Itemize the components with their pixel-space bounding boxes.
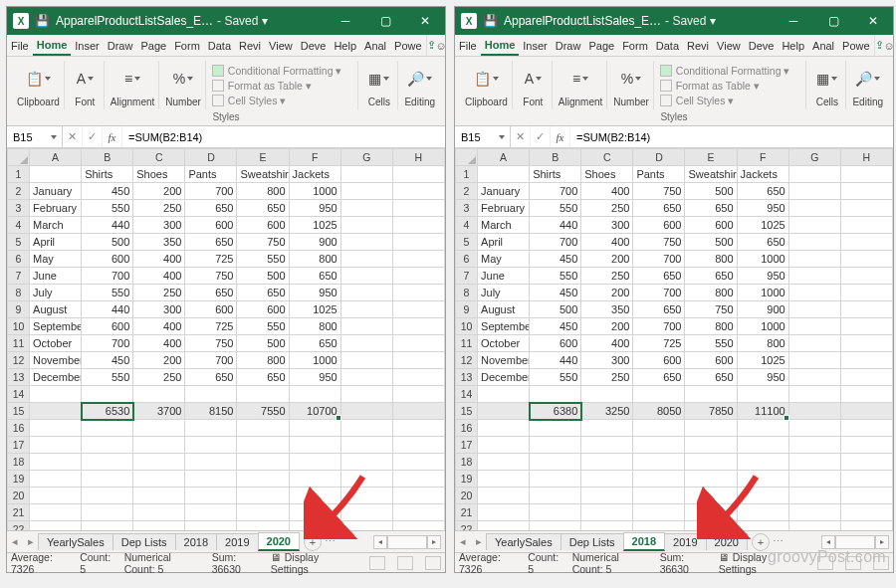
cell[interactable]: 650 — [289, 335, 340, 352]
cell[interactable]: 800 — [289, 251, 340, 268]
row-header-18[interactable]: 18 — [456, 454, 478, 471]
font-button[interactable]: A — [74, 68, 96, 90]
column-header-A[interactable]: A — [30, 149, 82, 166]
cell-styles-button[interactable]: Cell Styles ▾ — [212, 93, 287, 107]
cell[interactable]: 700 — [82, 335, 133, 352]
cell[interactable]: 950 — [289, 369, 340, 386]
cell[interactable] — [392, 234, 444, 251]
cell[interactable] — [82, 521, 133, 531]
cell[interactable] — [840, 200, 892, 217]
cell[interactable]: 650 — [633, 301, 685, 318]
cell[interactable] — [340, 335, 392, 352]
cell[interactable]: 650 — [737, 183, 788, 200]
cell[interactable]: 600 — [82, 318, 133, 335]
row-header-16[interactable]: 16 — [456, 420, 478, 437]
ribbon-tab-view[interactable]: View — [265, 37, 297, 55]
cell[interactable]: Jackets — [289, 166, 340, 183]
row-header-22[interactable]: 22 — [8, 521, 30, 531]
cell[interactable] — [237, 420, 289, 437]
cell[interactable] — [788, 318, 840, 335]
cell[interactable]: 550 — [530, 268, 581, 285]
number-button[interactable]: % — [620, 68, 642, 90]
insert-function-button[interactable]: fx — [551, 126, 570, 147]
cell[interactable]: 650 — [633, 200, 685, 217]
cell[interactable]: 600 — [685, 352, 737, 369]
name-box[interactable]: B15 — [455, 126, 511, 147]
cell[interactable]: 725 — [185, 251, 237, 268]
cell[interactable]: 800 — [685, 285, 737, 301]
conditional-formatting-button[interactable]: Conditional Formatting ▾ — [660, 63, 790, 78]
cell[interactable] — [788, 386, 840, 403]
sheet-tab-2020[interactable]: 2020 — [706, 533, 748, 550]
cell[interactable] — [478, 166, 530, 183]
cell[interactable] — [392, 285, 444, 301]
cell[interactable]: 650 — [685, 369, 737, 386]
cell[interactable]: 650 — [185, 369, 237, 386]
cell[interactable] — [737, 504, 788, 521]
cell[interactable] — [340, 403, 392, 420]
cell[interactable]: 550 — [82, 200, 133, 217]
cell[interactable]: 750 — [185, 335, 237, 352]
cancel-formula-button[interactable]: ✕ — [511, 126, 531, 147]
cell[interactable]: 1000 — [289, 352, 340, 369]
cell[interactable]: 440 — [530, 352, 581, 369]
cell[interactable]: 200 — [133, 352, 185, 369]
cell[interactable] — [30, 521, 82, 531]
cell[interactable] — [340, 200, 392, 217]
cell[interactable]: 700 — [530, 183, 581, 200]
cell[interactable] — [30, 403, 82, 420]
cell[interactable]: 750 — [685, 301, 737, 318]
row-header-21[interactable]: 21 — [456, 504, 478, 521]
row-header-15[interactable]: 15 — [8, 403, 30, 420]
ribbon-tab-page[interactable]: Page — [136, 37, 170, 55]
cell[interactable] — [788, 437, 840, 454]
cell[interactable] — [340, 420, 392, 437]
alignment-button[interactable]: ≡ — [569, 68, 591, 90]
cell[interactable]: 200 — [581, 318, 633, 335]
column-header-D[interactable]: D — [633, 149, 685, 166]
cell[interactable] — [581, 488, 633, 504]
cell[interactable] — [788, 488, 840, 504]
cell[interactable] — [685, 386, 737, 403]
column-header-B[interactable]: B — [530, 149, 581, 166]
cell[interactable]: 650 — [685, 268, 737, 285]
row-header-14[interactable]: 14 — [456, 386, 478, 403]
ribbon-tab-anal[interactable]: Anal — [360, 37, 390, 55]
cell[interactable]: 700 — [530, 234, 581, 251]
cell[interactable]: 7850 — [685, 403, 737, 420]
row-header-12[interactable]: 12 — [8, 352, 30, 369]
column-header-F[interactable]: F — [289, 149, 340, 166]
cell[interactable] — [133, 488, 185, 504]
cell[interactable] — [633, 386, 685, 403]
cell[interactable] — [840, 504, 892, 521]
cell[interactable] — [840, 301, 892, 318]
cell[interactable] — [237, 504, 289, 521]
ribbon-tab-revi[interactable]: Revi — [235, 37, 265, 55]
cell[interactable]: May — [478, 251, 530, 268]
row-header-3[interactable]: 3 — [8, 200, 30, 217]
sheet-tab-yearlysales[interactable]: YearlySales — [486, 533, 561, 550]
cell[interactable] — [788, 504, 840, 521]
cell[interactable] — [840, 403, 892, 420]
ribbon-tab-inser[interactable]: Inser — [519, 37, 551, 55]
cell[interactable] — [788, 335, 840, 352]
page-layout-view-button[interactable] — [397, 556, 413, 570]
cell[interactable] — [530, 454, 581, 471]
cell[interactable] — [788, 183, 840, 200]
cell[interactable]: 440 — [82, 301, 133, 318]
cell[interactable] — [133, 504, 185, 521]
cell[interactable]: 650 — [185, 285, 237, 301]
feedback-button[interactable]: ☺ — [436, 40, 447, 52]
column-header-H[interactable]: H — [840, 149, 892, 166]
cell[interactable]: 650 — [237, 285, 289, 301]
cell[interactable] — [788, 200, 840, 217]
cell[interactable]: 10700 — [289, 403, 340, 420]
cell[interactable]: 950 — [289, 200, 340, 217]
fill-handle[interactable] — [784, 415, 789, 421]
cell[interactable] — [392, 454, 444, 471]
cells-button[interactable]: ▦ — [816, 68, 838, 90]
cell[interactable]: 500 — [82, 234, 133, 251]
cell[interactable]: 500 — [685, 234, 737, 251]
column-header-E[interactable]: E — [237, 149, 289, 166]
ribbon-tab-deve[interactable]: Deve — [745, 37, 779, 55]
